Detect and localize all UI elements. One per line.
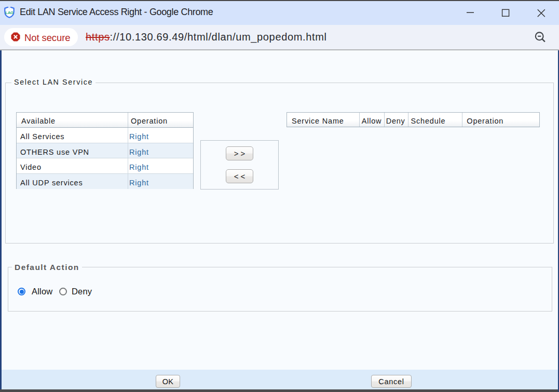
svg-text:LAG: LAG [5,10,13,15]
